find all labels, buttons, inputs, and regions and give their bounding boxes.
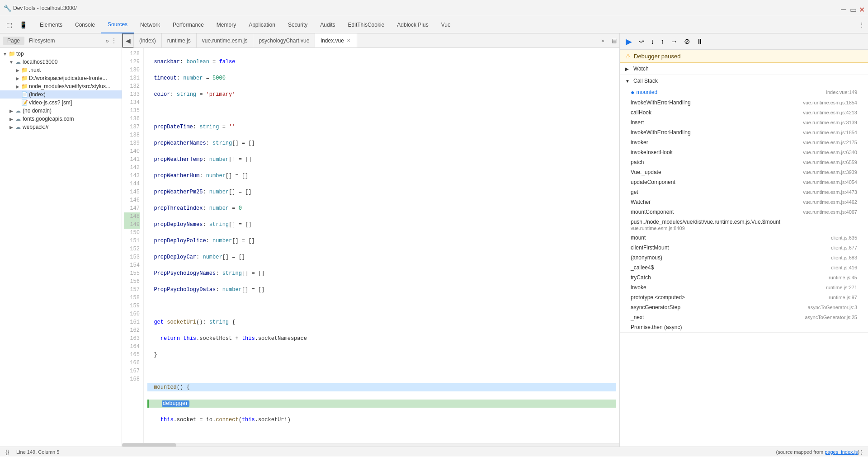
call-stack-item-invoke[interactable]: invoke runtime.js:271 xyxy=(620,282,868,292)
left-panel: Page Filesystem » ⋮ ▼ 📁 top ▼ ☁ localhos… xyxy=(0,33,122,447)
tab-console[interactable]: Console xyxy=(69,16,101,33)
file-ref-mounted: index.vue:149 xyxy=(826,89,858,95)
code-tabs-nav-icon[interactable]: ▤ xyxy=(609,38,619,44)
tree-item-top[interactable]: ▼ 📁 top xyxy=(0,50,122,58)
close-tab-index-vue[interactable]: ✕ xyxy=(346,38,351,43)
minimize-button[interactable]: ─ xyxy=(841,5,846,11)
debugger-toolbar: ▶ ⤻ ↓ ↑ → ⊘ ⏸ xyxy=(620,33,868,50)
tree-item-videojs[interactable]: 📝 video-js.css? [sm] xyxy=(0,99,122,107)
code-editor-area[interactable]: 128129130131132 133134135136137 13813914… xyxy=(122,48,619,443)
tab-security[interactable]: Security xyxy=(282,16,314,33)
call-stack-item-invokewitherror1[interactable]: invokeWithErrorHandling vue.runtime.esm.… xyxy=(620,98,868,108)
main-area: Page Filesystem » ⋮ ▼ 📁 top ▼ ☁ localhos… xyxy=(0,33,868,447)
call-stack-item-promise[interactable]: Promise.then (async) xyxy=(620,322,868,332)
tab-adblock[interactable]: Adblock Plus xyxy=(391,16,434,33)
fn-name-callee4: _callee4$ xyxy=(631,264,827,271)
file-ref-trycatch: runtime.js:45 xyxy=(829,275,857,280)
step-into-button[interactable]: ↓ xyxy=(648,36,656,47)
call-stack-section: ▼ Call Stack ● mounted index.vue:149 inv… xyxy=(620,75,868,333)
panel-menu-icon[interactable]: ⋮ xyxy=(109,37,119,44)
call-stack-item-anonymous[interactable]: (anonymous) client.js:683 xyxy=(620,253,868,263)
call-stack-item-patch[interactable]: patch vue.runtime.esm.js:6559 xyxy=(620,157,868,167)
call-stack-item-invoker[interactable]: invoker vue.runtime.esm.js:2175 xyxy=(620,137,868,147)
call-stack-item-watcher[interactable]: Watcher vue.runtime.esm.js:4462 xyxy=(620,197,868,207)
arrow-nodemodules: ▶ xyxy=(14,84,21,89)
tab-application[interactable]: Application xyxy=(242,16,282,33)
tree-item-workspace[interactable]: ▶ 📁 D:/workspace/judicature-fronte... xyxy=(0,74,122,82)
tree-item-webpack[interactable]: ▶ ☁ webpack:// xyxy=(0,123,122,131)
device-toolbar-button[interactable]: 📱 xyxy=(17,19,30,30)
warning-icon: ⚠ xyxy=(625,52,631,60)
code-tab-psychology[interactable]: psychologyChart.vue xyxy=(253,33,315,48)
code-tab-index-vue[interactable]: index.vue ✕ xyxy=(315,33,357,48)
arrow-workspace: ▶ xyxy=(14,76,21,81)
call-stack-item-vueupdate[interactable]: Vue._update vue.runtime.esm.js:3939 xyxy=(620,167,868,177)
tab-sources[interactable]: Sources xyxy=(101,16,134,33)
arrow-fonts: ▶ xyxy=(8,117,14,122)
resume-button[interactable]: ▶ xyxy=(623,35,634,48)
call-stack-item-invokewitherror2[interactable]: invokeWithErrorHandling vue.runtime.esm.… xyxy=(620,127,868,137)
tab-elements[interactable]: Elements xyxy=(33,16,69,33)
horizontal-scrollbar-thumb[interactable] xyxy=(122,443,176,447)
step-button[interactable]: → xyxy=(668,36,680,47)
fn-name-patch: patch xyxy=(631,159,799,165)
source-map-link[interactable]: pages_index.js xyxy=(825,449,858,455)
call-stack-item-mounted[interactable]: ● mounted index.vue:149 xyxy=(620,87,868,98)
close-button[interactable]: ✕ xyxy=(859,5,864,11)
code-content: 128129130131132 133134135136137 13813914… xyxy=(122,48,619,443)
fn-name-mounted: mounted xyxy=(636,89,822,95)
call-stack-item-updatecomponent[interactable]: updateComponent vue.runtime.esm.js:4054 xyxy=(620,177,868,187)
tree-item-nodemodules[interactable]: ▶ 📁 node_modules/vuetify/src/stylus... xyxy=(0,82,122,90)
tab-filesystem[interactable]: Filesystem xyxy=(24,37,59,45)
call-stack-item-callhook[interactable]: callHook vue.runtime.esm.js:4213 xyxy=(620,108,868,118)
tree-item-nuxt[interactable]: ▶ 📁 .nuxt xyxy=(0,66,122,74)
code-tab-back[interactable]: ◀ xyxy=(122,33,134,48)
nav-more-button[interactable]: ⋮ xyxy=(855,22,868,28)
tree-item-localhost[interactable]: ▼ ☁ localhost:3000 xyxy=(0,58,122,66)
code-tab-vue-runtime[interactable]: vue.runtime.esm.js xyxy=(197,33,254,48)
call-stack-item-next[interactable]: _next asyncToGenerator.js:25 xyxy=(620,312,868,322)
call-stack-label: Call Stack xyxy=(633,78,658,84)
tree-label-workspace: D:/workspace/judicature-fronte... xyxy=(29,75,107,81)
tab-network[interactable]: Network xyxy=(134,16,166,33)
tree-item-fonts[interactable]: ▶ ☁ fonts.googleapis.com xyxy=(0,115,122,123)
maximize-button[interactable]: ▭ xyxy=(850,5,855,11)
call-stack-header[interactable]: ▼ Call Stack xyxy=(620,75,868,87)
code-tabs-more[interactable]: » xyxy=(599,38,607,44)
call-stack-item-asyncgenerator[interactable]: asyncGeneratorStep asyncToGenerator.js:3 xyxy=(620,302,868,312)
pause-on-exception-button[interactable]: ⏸ xyxy=(694,36,706,47)
call-stack-item-invokeinserter[interactable]: invokeInsertHook vue.runtime.esm.js:6340 xyxy=(620,147,868,157)
call-stack-item-clientfirst[interactable]: clientFirstMount client.js:677 xyxy=(620,243,868,253)
horizontal-scrollbar[interactable] xyxy=(122,443,619,447)
tab-performance[interactable]: Performance xyxy=(166,16,210,33)
tab-page[interactable]: Page xyxy=(3,37,24,45)
tree-item-index[interactable]: 📄 (index) xyxy=(0,90,122,99)
step-out-button[interactable]: ↑ xyxy=(658,36,666,47)
call-stack-item-vuemount[interactable]: push../node_modules/vue/dist/vue.runtime… xyxy=(620,217,868,233)
tab-memory[interactable]: Memory xyxy=(210,16,242,33)
inspect-element-button[interactable]: ⬚ xyxy=(4,19,15,30)
call-stack-item-prototype[interactable]: prototype.<computed> runtime.js:97 xyxy=(620,292,868,302)
debugger-panel: ▶ ⤻ ↓ ↑ → ⊘ ⏸ ⚠ Debugger paused ▶ Watch xyxy=(619,33,868,447)
watch-section-header[interactable]: ▶ Watch xyxy=(620,63,868,75)
fn-name-watcher: Watcher xyxy=(631,199,799,205)
status-brace-icon[interactable]: {} xyxy=(5,449,9,455)
call-stack-item-get[interactable]: get vue.runtime.esm.js:4473 xyxy=(620,187,868,197)
nav-icons: ⬚ 📱 xyxy=(0,19,33,30)
tab-audits[interactable]: Audits xyxy=(314,16,341,33)
tab-editthiscookie[interactable]: EditThisCookie xyxy=(342,16,391,33)
call-stack-item-mount[interactable]: mount client.js:635 xyxy=(620,233,868,243)
call-stack-item-insert[interactable]: insert vue.runtime.esm.js:3139 xyxy=(620,118,868,127)
deactivate-button[interactable]: ⊘ xyxy=(682,36,692,47)
call-stack-item-trycatch[interactable]: tryCatch runtime.js:45 xyxy=(620,273,868,282)
file-ref-patch: vue.runtime.esm.js:6559 xyxy=(803,160,857,165)
code-tab-index-html[interactable]: (index) xyxy=(134,33,162,48)
code-tab-runtime[interactable]: runtime.js xyxy=(162,33,197,48)
tree-item-nodomain[interactable]: ▶ ☁ (no domain) xyxy=(0,107,122,115)
panel-more-button[interactable]: » xyxy=(105,37,109,44)
arrow-nodomain: ▶ xyxy=(8,108,14,113)
call-stack-item-mountcomponent[interactable]: mountComponent vue.runtime.esm.js:4067 xyxy=(620,207,868,217)
call-stack-item-callee4[interactable]: _callee4$ client.js:416 xyxy=(620,263,868,273)
tab-vue[interactable]: Vue xyxy=(435,16,457,33)
step-over-button[interactable]: ⤻ xyxy=(636,36,646,47)
